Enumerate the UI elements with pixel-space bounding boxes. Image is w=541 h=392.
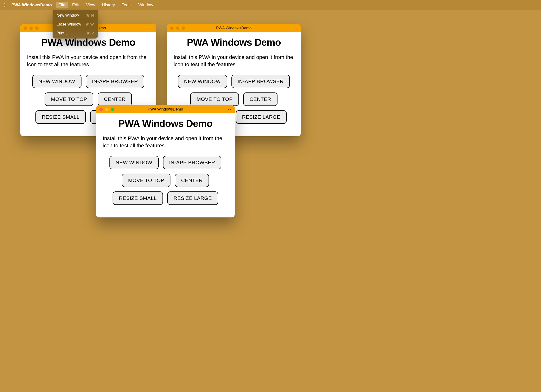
- minimize-icon[interactable]: [29, 26, 33, 30]
- menubar-item-tools[interactable]: Tools: [119, 2, 135, 8]
- menu-item-new-window[interactable]: New Window ⌘ N: [54, 12, 96, 19]
- close-icon[interactable]: [99, 108, 103, 111]
- menu-item-close-window[interactable]: Close Window ⌘ W: [54, 20, 96, 28]
- resize-large-button[interactable]: RESIZE LARGE: [236, 110, 287, 124]
- page-description: Install this PWA in your device and open…: [103, 135, 228, 149]
- more-icon[interactable]: ···: [226, 107, 231, 112]
- traffic-lights: [99, 108, 114, 111]
- close-icon[interactable]: [170, 26, 174, 30]
- titlebar[interactable]: PWA WindowsDemo ···: [96, 105, 235, 113]
- in-app-browser-button[interactable]: IN-APP BROWSER: [163, 156, 222, 169]
- zoom-icon[interactable]: [182, 26, 185, 30]
- apple-logo-icon[interactable]: : [4, 2, 6, 8]
- new-window-button[interactable]: NEW WINDOW: [109, 156, 159, 169]
- button-row: NEW WINDOW IN-APP BROWSER: [27, 75, 149, 88]
- window-title: PWA WindowsDemo: [167, 26, 301, 30]
- resize-small-button[interactable]: RESIZE SMALL: [113, 191, 163, 205]
- zoom-icon[interactable]: [111, 108, 114, 111]
- pwa-window-3[interactable]: PWA WindowsDemo ··· PWA Windows Demo Ins…: [96, 105, 235, 217]
- new-window-button[interactable]: NEW WINDOW: [178, 75, 227, 88]
- menubar-item-view[interactable]: View: [83, 2, 98, 8]
- zoom-icon[interactable]: [35, 26, 39, 30]
- button-row: NEW WINDOW IN-APP BROWSER: [174, 75, 294, 88]
- button-row: MOVE TO TOP CENTER: [103, 174, 228, 187]
- in-app-browser-button[interactable]: IN-APP BROWSER: [231, 75, 290, 88]
- page-heading: PWA Windows Demo: [174, 37, 294, 48]
- move-to-top-button[interactable]: MOVE TO TOP: [190, 92, 239, 106]
- menubar:  PWA WindowsDemo File Edit View History…: [0, 0, 541, 10]
- titlebar[interactable]: PWA WindowsDemo ···: [167, 24, 301, 32]
- close-icon[interactable]: [24, 26, 27, 30]
- window-title: PWA WindowsDemo: [96, 107, 235, 111]
- menu-item-shortcut: ⌘ N: [86, 13, 94, 18]
- menu-item-label: New Window: [56, 13, 79, 18]
- move-to-top-button[interactable]: MOVE TO TOP: [122, 174, 170, 187]
- button-row: NEW WINDOW IN-APP BROWSER: [103, 156, 228, 169]
- page-heading: PWA Windows Demo: [103, 118, 228, 129]
- menu-item-shortcut: ⌘ W: [85, 22, 94, 26]
- minimize-icon[interactable]: [176, 26, 179, 30]
- menu-item-label: Close Window: [56, 22, 81, 26]
- menubar-app-name[interactable]: PWA WindowsDemo: [9, 2, 55, 8]
- page-description: Install this PWA in your device and open…: [174, 54, 294, 68]
- menubar-item-edit[interactable]: Edit: [69, 2, 82, 8]
- menubar-item-file[interactable]: File: [56, 2, 68, 8]
- file-menu-dropdown: New Window ⌘ N Close Window ⌘ W Print… ⌘…: [53, 10, 98, 39]
- page-heading: PWA Windows Demo: [27, 37, 149, 48]
- traffic-lights: [170, 26, 185, 30]
- center-button[interactable]: CENTER: [98, 92, 132, 106]
- move-to-top-button[interactable]: MOVE TO TOP: [45, 92, 93, 106]
- menu-item-shortcut: ⌘ P: [86, 31, 94, 35]
- new-window-button[interactable]: NEW WINDOW: [32, 75, 81, 88]
- more-icon[interactable]: ···: [148, 26, 153, 31]
- menu-item-print[interactable]: Print… ⌘ P: [54, 29, 96, 37]
- button-row: MOVE TO TOP CENTER: [27, 92, 149, 106]
- more-icon[interactable]: ···: [292, 26, 298, 31]
- center-button[interactable]: CENTER: [243, 92, 277, 106]
- page-description: Install this PWA in your device and open…: [27, 54, 149, 68]
- in-app-browser-button[interactable]: IN-APP BROWSER: [86, 75, 144, 88]
- resize-small-button[interactable]: RESIZE SMALL: [35, 110, 86, 124]
- center-button[interactable]: CENTER: [175, 174, 209, 187]
- menubar-item-window[interactable]: Window: [135, 2, 156, 8]
- window-content: PWA Windows Demo Install this PWA in you…: [96, 113, 235, 217]
- button-row: MOVE TO TOP CENTER: [174, 92, 294, 106]
- minimize-icon[interactable]: [105, 108, 108, 111]
- resize-large-button[interactable]: RESIZE LARGE: [167, 191, 218, 205]
- traffic-lights: [24, 26, 39, 30]
- menu-separator: [55, 29, 95, 29]
- menubar-item-history[interactable]: History: [99, 2, 118, 8]
- menu-separator: [55, 20, 95, 20]
- button-row: RESIZE SMALL RESIZE LARGE: [103, 191, 228, 205]
- menu-item-label: Print…: [56, 31, 68, 35]
